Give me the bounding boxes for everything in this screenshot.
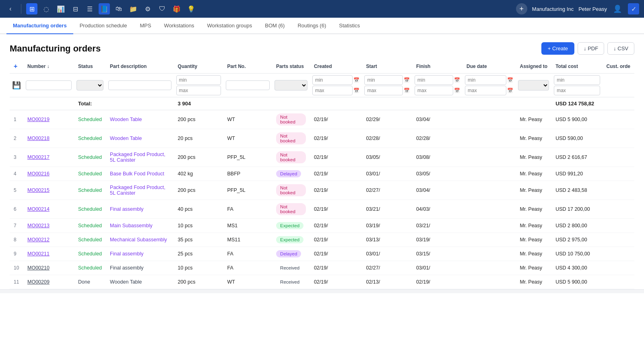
- loader-icon[interactable]: ◌: [41, 3, 52, 14]
- filter-due-date[interactable]: 📅 📅: [462, 74, 516, 97]
- bulb-icon[interactable]: 💡: [186, 3, 197, 14]
- list-icon[interactable]: ☰: [84, 3, 95, 14]
- col-total-cost[interactable]: Total cost: [551, 60, 602, 74]
- col-quantity[interactable]: Quantity: [174, 60, 223, 74]
- filter-assigned-select[interactable]: [518, 80, 549, 90]
- mo-id-7[interactable]: MO00213: [23, 219, 74, 233]
- tab-routings[interactable]: Routings (6): [291, 18, 332, 34]
- tab-production-schedule[interactable]: Production schedule: [73, 18, 134, 34]
- filter-finish-max-input[interactable]: [415, 86, 453, 95]
- row-part-desc-6[interactable]: Final assembly: [106, 200, 174, 219]
- filter-parts-status[interactable]: [272, 74, 310, 97]
- check-icon[interactable]: ✓: [628, 3, 639, 14]
- mo-id-3[interactable]: MO00217: [23, 148, 74, 167]
- mo-id-8[interactable]: MO00212: [23, 233, 74, 247]
- col-add[interactable]: +: [10, 60, 23, 74]
- user-icon[interactable]: 👤: [612, 3, 623, 14]
- calendar-icon-2[interactable]: 📅: [353, 88, 359, 93]
- filter-start-min-input[interactable]: [364, 75, 403, 85]
- tab-mps[interactable]: MPS: [133, 18, 157, 34]
- col-cust-order[interactable]: Cust. orde: [603, 60, 634, 74]
- row-part-desc-9[interactable]: Final assembly: [106, 247, 174, 261]
- filter-part-no[interactable]: [223, 74, 272, 97]
- add-button[interactable]: +: [516, 3, 527, 14]
- filter-created-min-input[interactable]: [312, 75, 353, 85]
- col-status[interactable]: Status: [74, 60, 106, 74]
- tab-workstations[interactable]: Workstations: [158, 18, 201, 34]
- mo-id-10[interactable]: MO00210: [23, 261, 74, 275]
- row-part-desc-7[interactable]: Main Subassembly: [106, 219, 174, 233]
- calendar-icon-5[interactable]: 📅: [454, 77, 460, 83]
- filter-created-max-input[interactable]: [312, 86, 353, 95]
- bar-chart-icon[interactable]: 📊: [55, 3, 66, 14]
- filter-cost-min-input[interactable]: [554, 75, 600, 85]
- filter-part-desc-input[interactable]: [108, 80, 171, 90]
- tab-bom[interactable]: BOM (6): [258, 18, 291, 34]
- mo-id-11[interactable]: MO00209: [23, 275, 74, 289]
- bag-icon[interactable]: 🛍: [113, 3, 124, 14]
- col-parts-status[interactable]: Parts status: [272, 60, 310, 74]
- filter-number-input[interactable]: [26, 80, 72, 90]
- filter-part-desc[interactable]: [106, 74, 174, 97]
- filter-due-min-input[interactable]: [465, 75, 507, 85]
- gear-icon[interactable]: ⚙: [142, 3, 153, 14]
- calendar-icon-3[interactable]: 📅: [404, 77, 410, 83]
- filter-qty-max-input[interactable]: [176, 86, 221, 95]
- filter-finish-min-input[interactable]: [415, 75, 453, 85]
- mo-id-9[interactable]: MO00211: [23, 247, 74, 261]
- pdf-button[interactable]: ↓ PDF: [578, 42, 604, 55]
- filter-quantity[interactable]: [174, 74, 223, 97]
- filter-assigned[interactable]: [516, 74, 551, 97]
- filter-status[interactable]: [74, 74, 106, 97]
- filter-qty-min-input[interactable]: [176, 75, 221, 85]
- calendar-icon-7[interactable]: 📅: [507, 77, 513, 83]
- col-part-description[interactable]: Part description: [106, 60, 174, 74]
- shield-icon[interactable]: 🛡: [157, 3, 168, 14]
- calendar-icon-6[interactable]: 📅: [454, 88, 460, 93]
- row-part-desc-2[interactable]: Wooden Table: [106, 129, 174, 148]
- book-icon[interactable]: 📘: [99, 3, 110, 14]
- filter-start-max-input[interactable]: [364, 86, 403, 95]
- tab-workstation-groups[interactable]: Workstation groups: [201, 18, 259, 34]
- col-assigned-to[interactable]: Assigned to: [516, 60, 551, 74]
- mo-id-6[interactable]: MO00214: [23, 200, 74, 219]
- tab-manufacturing-orders[interactable]: Manufacturing orders: [6, 18, 73, 34]
- calendar-grid-icon[interactable]: ⊟: [70, 3, 81, 14]
- grid-app-icon[interactable]: ⊞: [26, 3, 37, 14]
- filter-cust[interactable]: [603, 74, 634, 97]
- col-start[interactable]: Start: [362, 60, 412, 74]
- col-finish[interactable]: Finish: [412, 60, 462, 74]
- save-filter-icon[interactable]: 💾: [12, 81, 21, 89]
- row-part-desc-10[interactable]: Final assembly: [106, 261, 174, 275]
- calendar-icon-8[interactable]: 📅: [507, 88, 513, 93]
- mo-id-2[interactable]: MO00218: [23, 129, 74, 148]
- row-part-desc-8[interactable]: Mechanical Subassembly: [106, 233, 174, 247]
- col-created[interactable]: Created: [310, 60, 362, 74]
- calendar-icon-1[interactable]: 📅: [353, 77, 359, 83]
- filter-number[interactable]: [23, 74, 74, 97]
- mo-id-1[interactable]: MO00219: [23, 110, 74, 129]
- col-part-no[interactable]: Part No.: [223, 60, 272, 74]
- filter-cost-max-input[interactable]: [554, 86, 600, 95]
- filter-due-max-input[interactable]: [465, 86, 507, 95]
- col-number[interactable]: Number ↓: [23, 60, 74, 74]
- back-icon[interactable]: ‹: [5, 3, 16, 14]
- filter-finish[interactable]: 📅 📅: [412, 74, 462, 97]
- folder-icon[interactable]: 📁: [128, 3, 139, 14]
- mo-id-5[interactable]: MO00215: [23, 181, 74, 200]
- filter-cost[interactable]: [551, 74, 602, 97]
- gift-icon[interactable]: 🎁: [171, 3, 182, 14]
- csv-button[interactable]: ↓ CSV: [607, 42, 634, 55]
- filter-created[interactable]: 📅 📅: [310, 74, 362, 97]
- tab-statistics[interactable]: Statistics: [332, 18, 366, 34]
- row-part-desc-3[interactable]: Packaged Food Product, 5L Canister: [106, 148, 174, 167]
- mo-id-4[interactable]: MO00216: [23, 167, 74, 181]
- calendar-icon-4[interactable]: 📅: [404, 88, 410, 93]
- row-part-desc-5[interactable]: Packaged Food Product, 5L Canister: [106, 181, 174, 200]
- filter-part-no-input[interactable]: [226, 80, 270, 90]
- horizontal-scrollbar[interactable]: [0, 289, 644, 293]
- filter-parts-status-select[interactable]: [275, 80, 308, 90]
- filter-start[interactable]: 📅 📅: [362, 74, 412, 97]
- create-button[interactable]: + Create: [541, 42, 574, 55]
- col-due-date[interactable]: Due date: [462, 60, 516, 74]
